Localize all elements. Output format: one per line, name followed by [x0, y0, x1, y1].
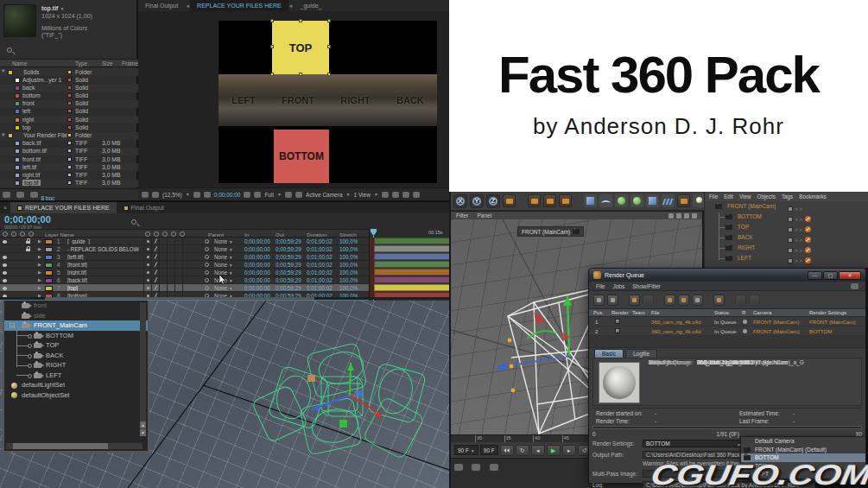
project-item-row[interactable]: ▼ Solids Folder [0, 68, 138, 76]
om-menu-item[interactable]: Edit [724, 193, 733, 200]
bottom-face-layer[interactable]: BOTTOM [274, 130, 329, 183]
parent-select[interactable]: None ▼ [214, 262, 233, 268]
col-render[interactable]: Render [611, 310, 629, 315]
scroll-down-icon[interactable]: ▼ [140, 429, 146, 436]
minimize-button[interactable]: — [808, 271, 822, 280]
menu-show-filter[interactable]: Show/Filter [632, 283, 661, 289]
project-columns-header[interactable]: Name Type Size Frame [0, 59, 138, 67]
tab-logfile[interactable]: Logfile [625, 349, 657, 358]
menu-hamburger-icon[interactable] [851, 283, 858, 289]
snapshot-icon[interactable] [244, 192, 250, 198]
om-child-item[interactable]: RIGHT ✕✕ [705, 243, 868, 253]
parent-pickwhip-icon[interactable] [205, 270, 209, 275]
collapse-icon[interactable] [154, 231, 159, 237]
project-item-row[interactable]: front.tif TIFF 3,0 MB [0, 155, 138, 163]
project-item-row[interactable]: bottom.tif TIFF 3,0 MB [0, 148, 138, 155]
pixel-aspect-icon[interactable] [382, 192, 389, 198]
layer-row[interactable]: ▶ 2 - REPLACE SOLIDS BELOW - None ▼ 0;00… [0, 245, 369, 253]
col-type[interactable]: Type [75, 60, 87, 67]
prev-frame-button[interactable]: ◂ [531, 445, 545, 456]
parent-pickwhip-icon[interactable] [205, 239, 209, 244]
layer-duration-bar[interactable] [374, 261, 450, 268]
parent-pickwhip-icon[interactable] [205, 278, 209, 282]
layer-in[interactable]: 0;00;00;00 [244, 238, 270, 244]
tab-guide[interactable]: _guide_ [294, 0, 329, 11]
tab-replace-your-files-here[interactable]: REPLACE YOUR FILES HERE [10, 202, 117, 213]
spline-icon[interactable] [599, 194, 612, 207]
col-layer-name[interactable]: Layer Name [45, 231, 74, 238]
layer-out[interactable]: 0;00;59;29 [276, 254, 301, 260]
video-column-icon[interactable] [3, 231, 8, 237]
pause-render-icon[interactable] [735, 295, 746, 306]
protection-tag-icon[interactable] [805, 216, 811, 222]
outliner-set-item[interactable]: defaultObjectSet [4, 390, 148, 401]
item-name[interactable]: bottom [22, 92, 41, 98]
scene-camera-icon[interactable] [677, 194, 690, 207]
layer-duration[interactable]: 0;01;00;02 [307, 277, 333, 283]
new-composition-icon[interactable] [30, 192, 38, 198]
lock-column-icon[interactable] [29, 231, 34, 237]
grid-guides-icon[interactable] [193, 192, 200, 198]
duplicate-icon[interactable] [692, 295, 703, 306]
protection-tag-icon[interactable] [805, 237, 811, 243]
project-item-row[interactable]: bottom Solid [0, 92, 138, 100]
layer-name[interactable]: [top] [67, 285, 78, 291]
audio-column-icon[interactable] [11, 231, 16, 237]
axis-z-button[interactable]: Z [486, 194, 500, 208]
selection-handle[interactable] [299, 19, 302, 22]
project-item-row[interactable]: left.tif TIFF 3,0 MB [0, 163, 138, 171]
eye-icon[interactable] [3, 271, 7, 275]
outliner-set-item[interactable]: defaultLightSet [4, 380, 148, 390]
om-menu-item[interactable]: Bookmarks [799, 193, 827, 200]
col-status[interactable]: Status [714, 310, 729, 315]
viewport-camera-label[interactable]: FRONT (MainCam) [517, 226, 584, 237]
item-name[interactable]: Your Render Files [23, 132, 70, 138]
layer-duration[interactable]: 0;01;00;02 [307, 285, 333, 291]
layer-duration[interactable]: 0;01;00;02 [307, 254, 333, 260]
team-render-icon[interactable] [643, 295, 654, 306]
layer-in[interactable]: 0;00;00;00 [244, 285, 270, 291]
show-channel-icon[interactable] [254, 192, 261, 198]
parent-pickwhip-icon[interactable] [205, 247, 209, 251]
project-item-row[interactable]: right Solid [0, 116, 138, 124]
loop-button[interactable]: ↻ [516, 445, 529, 456]
om-child-item[interactable]: TOP ✕✕ [705, 222, 868, 232]
protection-tag-icon[interactable] [805, 247, 811, 253]
generators-icon[interactable] [615, 194, 628, 207]
outliner-item-front-maincam[interactable]: −FRONT_MainCam [4, 320, 148, 331]
camera-select[interactable]: Active Camera [306, 192, 343, 198]
layer-switches[interactable] [143, 269, 190, 276]
layer-stretch[interactable]: 100,0% [339, 238, 358, 244]
project-item-row[interactable]: right.tif TIFF 3,0 MB [0, 171, 138, 179]
play-button[interactable]: ▶ [547, 445, 561, 456]
tab-replace-your-files-here[interactable]: REPLACE YOUR FILES HERE [190, 0, 288, 11]
outliner-hscrollbar[interactable] [6, 443, 143, 449]
layer-name[interactable]: [left.tif] [67, 254, 84, 260]
layer-switches[interactable] [143, 276, 190, 284]
scroll-up-icon[interactable]: ▲ [140, 421, 146, 428]
om-child-item[interactable]: BACK ✕✕ [705, 232, 868, 243]
layer-duration[interactable]: 0;01;00;02 [307, 262, 333, 268]
resolution-select[interactable]: Full [264, 192, 273, 198]
parent-select[interactable]: None ▼ [214, 285, 233, 291]
playhead[interactable] [371, 229, 377, 236]
layer-stretch[interactable]: 100,0% [339, 269, 358, 276]
close-icon[interactable]: × [0, 205, 10, 211]
shy-icon[interactable] [145, 231, 150, 237]
twirl-icon[interactable]: ▶ [38, 254, 41, 259]
outliner-child-item[interactable]: RIGHT [4, 360, 148, 371]
project-item-row[interactable]: ▼ Your Render Files Folder [0, 132, 138, 140]
layer-out[interactable]: 0;00;59;29 [276, 238, 301, 244]
project-item-row[interactable]: left Solid [0, 108, 138, 116]
project-item-row[interactable]: back.tif TIFF 3,0 MB [0, 140, 138, 148]
item-name[interactable]: top.tif [22, 180, 41, 186]
queue-row[interactable]: 2 360_cam_rig_4k.c4d In Queue FRONT (Mai… [589, 326, 865, 336]
selection-handle[interactable] [270, 73, 274, 76]
roi-icon[interactable] [285, 192, 292, 198]
menu-jobs[interactable]: Jobs [612, 283, 624, 289]
selection-handle[interactable] [327, 19, 331, 22]
render-view-icon[interactable] [528, 194, 541, 207]
layer-name[interactable]: [front.tif] [67, 262, 87, 268]
twirl-icon[interactable]: ▶ [38, 246, 41, 251]
motionblur-icon[interactable] [171, 231, 176, 237]
